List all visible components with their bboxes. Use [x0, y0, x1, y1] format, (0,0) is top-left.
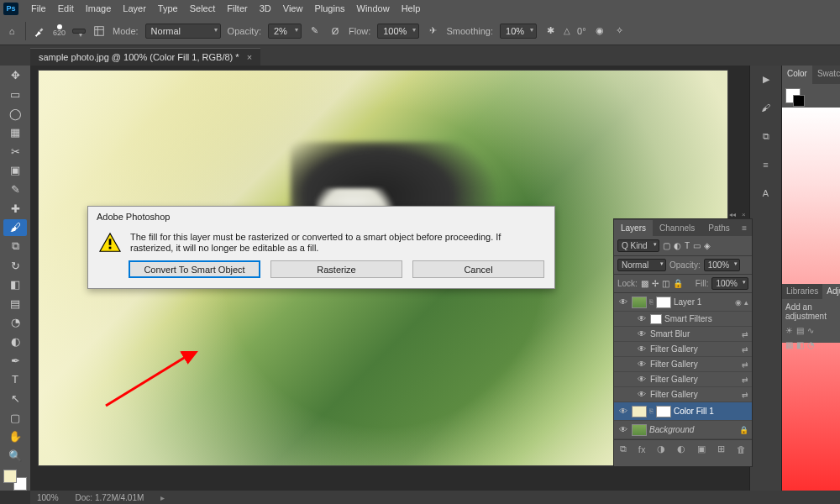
link-layers-icon[interactable]: ⧉	[620, 444, 627, 454]
lasso-tool[interactable]: ◯	[3, 105, 27, 122]
gradient-tool[interactable]: ▤	[3, 296, 27, 312]
visibility-icon[interactable]: 👁	[636, 360, 648, 369]
layer-name[interactable]: Color Fill 1	[674, 407, 748, 416]
flow-dropdown[interactable]: 100%	[377, 24, 419, 39]
filter-smart-icon[interactable]: ◈	[704, 241, 711, 250]
close-tab-icon[interactable]: ×	[247, 52, 252, 62]
history-panel-icon[interactable]: ≡	[758, 156, 774, 173]
visibility-icon[interactable]: 👁	[617, 407, 629, 416]
brush-tool-icon[interactable]	[33, 24, 46, 38]
swatches-tab[interactable]: Swatch	[812, 66, 840, 84]
mask-thumb[interactable]	[656, 406, 671, 417]
menu-image[interactable]: Image	[80, 2, 118, 15]
blur-tool[interactable]: ◔	[3, 314, 27, 331]
layer-name[interactable]: Layer 1	[674, 297, 732, 307]
visibility-icon[interactable]: 👁	[617, 425, 629, 434]
clone-source-panel-icon[interactable]: ⧉	[758, 128, 774, 144]
smoothing-options-icon[interactable]: ✱	[543, 24, 557, 38]
smart-filter-item[interactable]: 👁 Filter Gallery ⇄	[614, 342, 752, 357]
marquee-tool[interactable]: ▭	[3, 87, 27, 103]
eyedropper-tool[interactable]: ✎	[3, 181, 27, 198]
paths-tab[interactable]: Paths	[701, 220, 737, 236]
foreground-background-swatches[interactable]	[3, 470, 27, 491]
layer-thumb[interactable]	[632, 297, 647, 308]
brushes-panel-icon[interactable]: 🖌	[758, 99, 774, 116]
rasterize-button[interactable]: Rasterize	[270, 260, 402, 278]
convert-to-smart-object-button[interactable]: Convert To Smart Object	[129, 260, 260, 278]
visibility-icon[interactable]: 👁	[636, 329, 648, 339]
zoom-tool[interactable]: 🔍	[3, 448, 27, 465]
new-adjustment-icon[interactable]: ◐	[677, 444, 685, 454]
brush-tool[interactable]: 🖌	[3, 219, 27, 236]
layer-name[interactable]: Background	[649, 425, 737, 434]
menu-edit[interactable]: Edit	[52, 2, 80, 15]
visibility-icon[interactable]: 👁	[636, 314, 648, 323]
visibility-icon[interactable]: 👁	[636, 390, 648, 399]
add-mask-icon[interactable]: ◑	[657, 444, 665, 454]
curves-adj-icon[interactable]: ∿	[807, 326, 814, 335]
smart-filter-mask[interactable]	[650, 314, 662, 324]
blend-mode-dropdown[interactable]: Normal	[145, 24, 221, 39]
smart-filter-item[interactable]: 👁 Filter Gallery ⇄	[614, 357, 752, 372]
menu-layer[interactable]: Layer	[117, 2, 152, 15]
smart-filters-header[interactable]: 👁 Smart Filters	[614, 312, 752, 327]
panel-menu-icon[interactable]: ≡	[737, 223, 752, 233]
frame-tool[interactable]: ▣	[3, 162, 27, 179]
mask-thumb[interactable]	[656, 297, 671, 308]
visibility-icon[interactable]: 👁	[617, 297, 629, 307]
layer-row[interactable]: 👁 Background 🔒	[614, 421, 752, 439]
shape-tool[interactable]: ▢	[3, 409, 27, 426]
smart-filter-item[interactable]: 👁 Filter Gallery ⇄	[614, 387, 752, 402]
menu-view[interactable]: View	[277, 2, 309, 15]
fill-dropdown[interactable]: 100%	[711, 277, 748, 290]
hue-adj-icon[interactable]: ▦	[785, 340, 793, 349]
path-select-tool[interactable]: ↖	[3, 391, 27, 407]
adjustments-tab[interactable]: Adju	[822, 284, 840, 299]
symmetry-icon[interactable]: ✧	[613, 24, 627, 38]
fill-thumb[interactable]	[632, 406, 647, 417]
menu-3d[interactable]: 3D	[254, 2, 277, 15]
airbrush-icon[interactable]: ✈	[426, 24, 439, 38]
play-panel-icon[interactable]: ▶	[758, 71, 774, 87]
filter-kind-dropdown[interactable]: Q Kind	[617, 239, 659, 252]
filter-shape-icon[interactable]: ▭	[693, 241, 701, 250]
lock-pixels-icon[interactable]: ▩	[641, 279, 648, 288]
panel-collapse-grip[interactable]: ◂◂ ×	[723, 209, 752, 219]
layer-row[interactable]: 👁 ⎘ Layer 1 ◉ ▴	[614, 293, 752, 312]
brush-panel-icon[interactable]	[92, 24, 106, 38]
character-panel-icon[interactable]: A	[758, 185, 774, 202]
brush-preset-dropdown[interactable]	[72, 29, 86, 34]
move-tool[interactable]: ✥	[3, 67, 27, 84]
filter-options-icon[interactable]: ⇄	[742, 330, 748, 339]
menu-help[interactable]: Help	[396, 2, 427, 15]
photo-filter-adj-icon[interactable]: ◔	[807, 340, 815, 349]
opacity-dropdown[interactable]: 2%	[268, 24, 302, 39]
layer-style-icon[interactable]: fx	[638, 444, 646, 454]
type-tool[interactable]: T	[3, 371, 27, 388]
brightness-adj-icon[interactable]: ☀	[785, 326, 793, 335]
hand-tool[interactable]: ✋	[3, 428, 27, 445]
lock-artboard-icon[interactable]: ◫	[662, 279, 669, 288]
crop-tool[interactable]: ✂	[3, 144, 27, 160]
visibility-icon[interactable]: 👁	[636, 344, 648, 354]
menu-type[interactable]: Type	[152, 2, 184, 15]
layer-row-selected[interactable]: 👁 ⎘ Color Fill 1	[614, 402, 752, 421]
bg-color-big-swatch[interactable]	[793, 95, 805, 107]
visibility-icon[interactable]: 👁	[636, 375, 648, 384]
object-select-tool[interactable]: ▦	[3, 124, 27, 141]
new-group-icon[interactable]: ▣	[697, 444, 706, 454]
pen-tool[interactable]: ✒	[3, 352, 27, 369]
layer-opacity-dropdown[interactable]: 100%	[704, 259, 741, 271]
filter-options-icon[interactable]: ⇄	[742, 391, 748, 399]
foreground-color-swatch[interactable]	[3, 470, 17, 483]
delete-layer-icon[interactable]: 🗑	[737, 444, 746, 454]
clone-tool[interactable]: ⧉	[3, 239, 27, 255]
menu-select[interactable]: Select	[184, 2, 222, 15]
cancel-button[interactable]: Cancel	[412, 260, 544, 278]
document-tab[interactable]: sample photo.jpg @ 100% (Color Fill 1, R…	[30, 48, 260, 66]
smart-filter-item[interactable]: 👁 Smart Blur ⇄	[614, 327, 752, 342]
lock-position-icon[interactable]: ✢	[652, 279, 659, 288]
filter-image-icon[interactable]: ▢	[663, 241, 670, 250]
filter-adjust-icon[interactable]: ◐	[674, 241, 681, 250]
color-tab[interactable]: Color	[782, 66, 812, 84]
